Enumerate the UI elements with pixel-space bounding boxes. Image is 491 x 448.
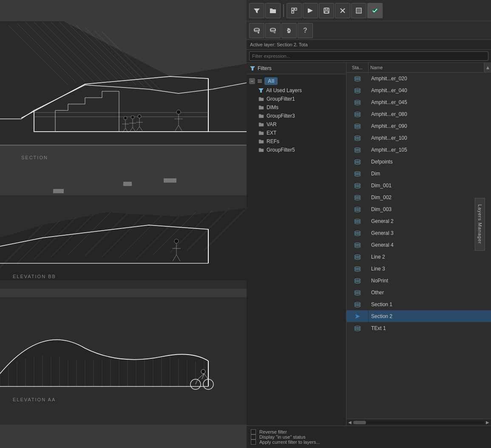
right-panel: ? Active layer: Section 2. Tota Filters … xyxy=(247,0,491,448)
layer-row[interactable]: Amphit...er_080 xyxy=(346,108,491,120)
filter-item-group1[interactable]: GroupFilter1 xyxy=(247,95,346,103)
filters-tree: − All All Used Layers xyxy=(247,74,346,425)
layer-prev-button[interactable] xyxy=(303,3,318,18)
collapse-all-button[interactable]: − xyxy=(249,78,255,84)
filter-root-row[interactable]: − All xyxy=(247,76,346,86)
layer-row[interactable]: Line 3 xyxy=(346,263,491,275)
checkbox-item-reverse-filter[interactable]: Reverse filter xyxy=(251,429,487,434)
layer-row[interactable]: Dim_002 xyxy=(346,192,491,203)
layer-row[interactable]: ➤ Section 2 xyxy=(346,310,491,322)
layer-row[interactable]: General 3 xyxy=(346,227,491,239)
layer-row[interactable]: NoPrint xyxy=(346,275,491,287)
layer-row[interactable]: Other xyxy=(346,287,491,299)
filter-item-group5[interactable]: GroupFilter5 xyxy=(247,146,346,154)
layer-row[interactable]: Amphit...er_040 xyxy=(346,85,491,96)
settings-button[interactable] xyxy=(281,23,297,38)
layer-status-cell xyxy=(346,275,369,286)
apply-button[interactable] xyxy=(367,3,383,18)
filter-expression-input[interactable] xyxy=(249,51,488,61)
filter-item-var[interactable]: VAR xyxy=(247,120,346,129)
active-layer-arrow-icon: ➤ xyxy=(355,312,360,320)
layer-row[interactable]: General 4 xyxy=(346,239,491,251)
layer-name-cell: Dim xyxy=(369,171,491,177)
layer-row[interactable]: Defpoints xyxy=(346,156,491,168)
layer-row[interactable]: Dim_003 xyxy=(346,203,491,215)
layer-row[interactable]: General 2 xyxy=(346,215,491,227)
svg-marker-114 xyxy=(309,8,313,13)
layer-row[interactable]: Line 2 xyxy=(346,251,491,263)
restore-button[interactable] xyxy=(351,3,366,18)
col-header-status: Sta... xyxy=(346,63,369,72)
layer-status-cell: ➤ xyxy=(346,310,369,322)
layer-status-cell xyxy=(346,168,369,179)
layer-stack-icon xyxy=(354,194,361,200)
layers-scroll[interactable]: Amphit...er_020 Amphit...er_040 Amphit..… xyxy=(346,73,491,419)
add-layer-button[interactable] xyxy=(249,23,264,38)
layer-row[interactable]: Amphit...er_100 xyxy=(346,132,491,144)
layer-status-cell xyxy=(346,299,369,310)
checkbox-box[interactable] xyxy=(251,429,256,434)
scroll-right-arrow[interactable]: ▶ xyxy=(486,420,489,425)
svg-point-42 xyxy=(176,110,181,114)
filter-item-all-used[interactable]: All Used Layers xyxy=(247,86,346,95)
layer-stack-icon xyxy=(354,206,361,212)
filters-title: Filters xyxy=(258,65,272,71)
layer-row[interactable]: Dim_001 xyxy=(346,180,491,192)
checkbox-item-apply-current[interactable]: Apply current filter to layers... xyxy=(251,440,487,445)
layer-stack-icon xyxy=(354,290,361,296)
layer-save-button[interactable] xyxy=(319,3,334,18)
close-button[interactable] xyxy=(335,3,350,18)
layer-status-cell xyxy=(346,251,369,262)
layer-stack-icon xyxy=(354,171,361,177)
layer-stack-icon xyxy=(354,183,361,189)
all-badge[interactable]: All xyxy=(264,77,278,85)
horizontal-scrollbar[interactable]: ◀ ▶ xyxy=(346,419,491,425)
filter-item-refs[interactable]: REFs xyxy=(247,137,346,146)
layer-status-cell xyxy=(346,132,369,144)
h-scroll-track[interactable] xyxy=(353,421,484,424)
filter-item-group3[interactable]: GroupFilter3 xyxy=(247,112,346,120)
layer-name-cell: Amphit...er_105 xyxy=(369,147,491,153)
filters-header: Filters xyxy=(247,63,346,74)
filter-button[interactable] xyxy=(249,3,264,18)
filter-item-dims[interactable]: DIMs xyxy=(247,103,346,112)
filter-item-ext[interactable]: EXT xyxy=(247,129,346,137)
layer-row[interactable]: Amphit...er_090 xyxy=(346,120,491,132)
svg-text:ELEVATION  BB: ELEVATION BB xyxy=(13,274,56,279)
layer-row[interactable]: Amphit...er_045 xyxy=(346,96,491,108)
checkbox-box[interactable] xyxy=(251,434,256,440)
main-content: Filters − All xyxy=(247,63,491,425)
h-scroll-thumb[interactable] xyxy=(353,421,366,424)
svg-rect-49 xyxy=(53,189,64,193)
layer-row[interactable]: TExt 1 xyxy=(346,322,491,334)
scroll-left-arrow[interactable]: ◀ xyxy=(348,420,352,425)
layer-status-cell xyxy=(346,215,369,227)
layer-name-cell: Other xyxy=(369,290,491,296)
svg-point-123 xyxy=(254,28,259,30)
checkbox-box[interactable] xyxy=(251,440,256,445)
scroll-up-button[interactable]: ▲ xyxy=(484,63,491,72)
layer-row[interactable]: Dim xyxy=(346,168,491,180)
svg-rect-115 xyxy=(308,8,309,13)
bottom-items-container: Reverse filter Display "in use" status A… xyxy=(251,429,487,445)
folder-icon xyxy=(258,130,264,135)
folder-button[interactable] xyxy=(265,3,281,18)
checkbox-item-display-in-use[interactable]: Display "in use" status xyxy=(251,434,487,440)
filter-folder-label: GroupFilter1 xyxy=(267,96,295,102)
layer-stack-icon xyxy=(354,99,361,105)
layer-states-button[interactable] xyxy=(287,3,302,18)
checkbox-label: Reverse filter xyxy=(259,429,287,434)
delete-layer-button[interactable] xyxy=(265,23,281,38)
svg-marker-129 xyxy=(250,66,255,70)
layer-stack-icon xyxy=(354,87,361,93)
layer-row[interactable]: Amphit...er_105 xyxy=(346,144,491,156)
layer-status-cell xyxy=(346,192,369,203)
layer-stack-icon xyxy=(354,242,361,248)
svg-point-108 xyxy=(201,369,205,374)
layers-manager-tab[interactable]: Layers Manager xyxy=(474,198,485,251)
filter-folder-label: GroupFilter3 xyxy=(267,113,295,119)
help-button[interactable]: ? xyxy=(298,23,313,38)
layer-row[interactable]: Section 1 xyxy=(346,299,491,310)
layer-row[interactable]: Amphit...er_020 xyxy=(346,73,491,85)
checkbox-label: Apply current filter to layers... xyxy=(259,440,320,445)
